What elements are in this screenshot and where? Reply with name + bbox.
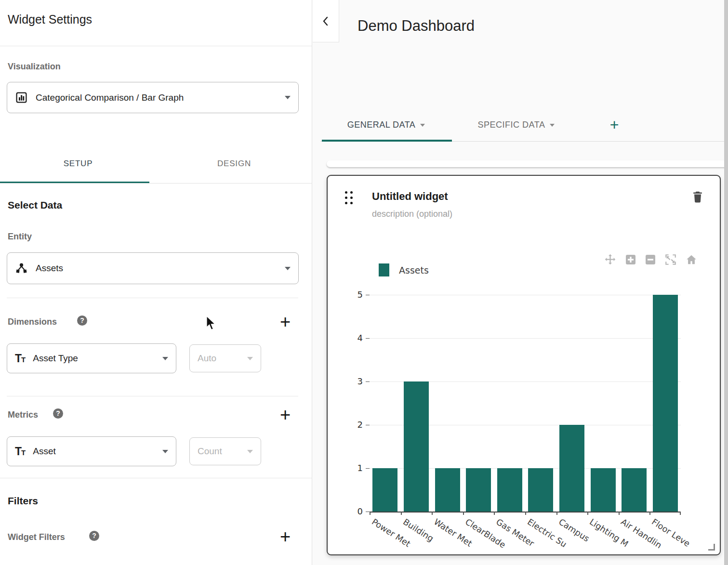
visualization-select[interactable]: Categorical Comparison / Bar Graph: [7, 82, 299, 113]
y-tick: [366, 295, 370, 295]
add-dimension-button[interactable]: +: [276, 313, 295, 330]
dimension-bucket-value: Auto: [198, 353, 216, 364]
app: Widget Settings Visualization Categorica…: [0, 0, 728, 565]
chevron-down-icon: [247, 450, 253, 453]
add-metric-button[interactable]: +: [276, 406, 295, 423]
gridline: [370, 295, 681, 295]
dimension-bucket-select[interactable]: Auto: [189, 344, 261, 372]
x-tick: [619, 512, 620, 515]
resize-handle[interactable]: [708, 544, 715, 551]
x-tick: [463, 512, 464, 515]
bar-Building: [404, 381, 429, 512]
chevron-down-icon: [247, 357, 253, 360]
y-tick-label: 5: [344, 289, 363, 300]
widget-description-input[interactable]: description (optional): [372, 209, 452, 219]
metric-agg-value: Count: [198, 446, 222, 457]
scrollbar-thumb[interactable]: [724, 0, 728, 565]
dimension-field-select[interactable]: TT Asset Type: [7, 343, 176, 373]
zoom-out-icon[interactable]: [645, 254, 656, 267]
x-tick: [370, 512, 371, 515]
widget-filters-label: Widget Filters: [8, 532, 65, 542]
y-tick-label: 2: [344, 420, 363, 430]
divider: [0, 46, 312, 46]
chevron-left-icon: [320, 14, 331, 28]
delete-widget-button[interactable]: [692, 190, 703, 205]
x-tick: [525, 512, 526, 515]
bar-Gas Meter: [497, 468, 522, 512]
entity-value: Assets: [36, 263, 63, 274]
tab-design[interactable]: DESIGN: [156, 145, 312, 183]
x-tick: [401, 512, 402, 515]
chart-toolbar: [604, 253, 698, 268]
scrollbar-track: [724, 0, 728, 565]
widget-settings-panel: Widget Settings Visualization Categorica…: [0, 0, 312, 565]
metrics-label: Metrics: [8, 410, 38, 420]
dashboard-tab-bar: GENERAL DATA SPECIFIC DATA +: [320, 108, 728, 142]
help-icon[interactable]: ?: [77, 315, 87, 326]
y-tick: [366, 425, 370, 425]
bar-ClearBlade: [466, 468, 491, 512]
x-tick: [587, 512, 588, 515]
chevron-down-icon: [550, 124, 555, 127]
divider: [0, 183, 312, 184]
help-icon[interactable]: ?: [89, 531, 99, 541]
canvas-top-edge: [327, 160, 728, 167]
y-tick: [366, 468, 370, 469]
home-icon[interactable]: [685, 253, 698, 268]
chevron-down-icon: [420, 124, 425, 127]
dashboard-title: Demo Dashboard: [357, 17, 475, 35]
chevron-down-icon: [285, 96, 291, 99]
bar-Power Met: [372, 468, 397, 512]
collapse-panel-button[interactable]: [313, 0, 339, 42]
y-tick-label: 1: [344, 463, 363, 473]
dimension-field-value: Asset Type: [33, 353, 78, 364]
y-tick: [366, 512, 370, 512]
chevron-down-icon: [162, 450, 168, 453]
bar-Air Handlin: [622, 468, 647, 512]
select-data-heading: Select Data: [8, 199, 62, 211]
legend-swatch: [379, 263, 389, 276]
visualization-value: Categorical Comparison / Bar Graph: [36, 92, 184, 103]
panel-title: Widget Settings: [8, 13, 92, 26]
bar-Floor Leve: [653, 295, 678, 512]
tab-setup[interactable]: SETUP: [0, 145, 156, 183]
dimensions-label: Dimensions: [8, 317, 57, 327]
help-icon[interactable]: ?: [53, 408, 63, 419]
setup-design-tabs: SETUP DESIGN: [0, 145, 312, 184]
tab-general-data[interactable]: GENERAL DATA: [320, 108, 452, 141]
hierarchy-icon: [15, 262, 28, 275]
x-tick: [680, 512, 681, 515]
filters-heading: Filters: [8, 495, 38, 507]
widget-title-input[interactable]: Untitled widget: [372, 190, 448, 203]
bar-Water Met: [435, 468, 460, 512]
dashboard-area: Demo Dashboard GENERAL DATA SPECIFIC DAT…: [313, 0, 728, 565]
divider: [7, 298, 298, 298]
zoom-in-icon[interactable]: [625, 254, 636, 267]
y-tick-label: 3: [344, 376, 363, 386]
gridline: [370, 338, 681, 339]
text-type-icon: TT: [15, 445, 25, 458]
add-widget-filter-button[interactable]: +: [276, 528, 295, 545]
chart-legend[interactable]: Assets: [379, 263, 429, 276]
entity-label: Entity: [8, 232, 32, 242]
pan-icon[interactable]: [604, 253, 617, 268]
y-tick-label: 4: [344, 333, 363, 343]
divider: [0, 478, 312, 478]
entity-select[interactable]: Assets: [7, 252, 299, 284]
metric-agg-select[interactable]: Count: [189, 437, 261, 465]
text-type-icon: TT: [15, 352, 25, 365]
add-dashboard-tab-button[interactable]: +: [581, 108, 648, 141]
metric-field-select[interactable]: TT Asset: [7, 436, 176, 466]
divider: [7, 396, 298, 396]
box-zoom-icon[interactable]: [664, 253, 677, 268]
drag-handle-icon[interactable]: [345, 191, 353, 204]
y-tick-label: 0: [344, 506, 363, 516]
x-tick: [649, 512, 650, 515]
x-tick: [432, 512, 433, 515]
y-tick: [366, 338, 370, 339]
chevron-down-icon: [285, 267, 291, 270]
x-labels: Power MetBuildingWater MetClearBladeGas …: [370, 515, 681, 555]
x-tick: [556, 512, 557, 515]
tab-specific-data[interactable]: SPECIFIC DATA: [452, 108, 581, 141]
bar-graph-icon: [15, 91, 28, 104]
